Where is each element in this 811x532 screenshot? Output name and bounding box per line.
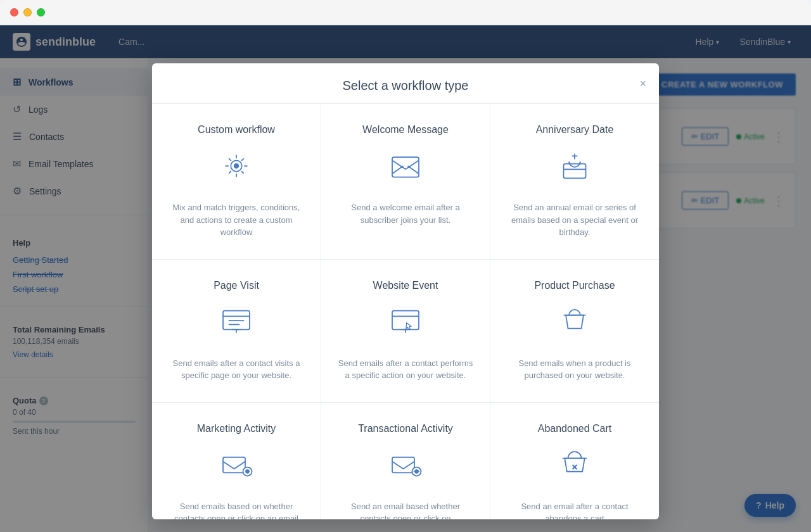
workflow-option-website-event[interactable]: Website Event Send emails after a contac…	[321, 260, 490, 402]
select-workflow-modal: Select a workflow type × Custom workflow…	[152, 63, 659, 519]
minimize-traffic-light[interactable]	[23, 8, 32, 16]
workflow-option-custom[interactable]: Custom workflow Mix and match triggers, …	[152, 104, 321, 259]
workflow-option-page-visit[interactable]: Page Visit Send emails after a contact v…	[152, 260, 321, 402]
modal-title: Select a workflow type	[343, 79, 469, 93]
workflow-option-product-purchase[interactable]: Product Purchase Send emails when a prod…	[490, 260, 659, 402]
modal-backdrop[interactable]: Select a workflow type × Custom workflow…	[0, 25, 811, 532]
workflow-option-welcome[interactable]: Welcome Message Send a welcome email aft…	[321, 104, 490, 259]
workflow-option-title-page-visit: Page Visit	[167, 280, 305, 291]
modal-header: Select a workflow type ×	[152, 63, 659, 104]
close-traffic-light[interactable]	[10, 8, 18, 16]
welcome-message-icon	[385, 148, 426, 189]
workflow-option-title-custom: Custom workflow	[167, 124, 305, 136]
workflow-option-desc-custom: Mix and match triggers, conditions, and …	[167, 201, 305, 239]
marketing-activity-icon	[216, 447, 257, 488]
svg-rect-2	[392, 157, 419, 177]
transactional-activity-icon	[385, 447, 426, 488]
svg-rect-19	[392, 457, 414, 472]
workflow-option-abandoned-cart[interactable]: Abandoned Cart Send an email after a con…	[490, 403, 659, 520]
window-chrome	[0, 0, 811, 25]
workflow-option-transactional-activity[interactable]: Transactional Activity Send an email bas…	[321, 403, 490, 520]
workflow-option-title-anniversary: Anniversary Date	[506, 124, 644, 136]
workflow-option-desc-page-visit: Send emails after a contact visits a spe…	[167, 357, 305, 382]
svg-rect-3	[564, 164, 586, 179]
workflow-option-desc-abandoned-cart: Send an email after a contact abandons a…	[506, 500, 644, 520]
workflow-option-title-abandoned-cart: Abandoned Cart	[506, 423, 644, 434]
modal-close-button[interactable]: ×	[639, 77, 646, 90]
svg-point-1	[234, 164, 239, 168]
workflow-option-title-product-purchase: Product Purchase	[506, 280, 644, 291]
page-visit-icon	[216, 304, 257, 345]
custom-workflow-icon	[216, 148, 257, 189]
workflow-option-desc-website-event: Send emails after a contact performs a s…	[336, 357, 475, 382]
workflow-option-title-transactional-activity: Transactional Activity	[336, 423, 475, 434]
svg-rect-16	[223, 457, 245, 472]
workflow-option-title-marketing-activity: Marketing Activity	[167, 423, 305, 434]
anniversary-date-icon	[554, 148, 595, 189]
svg-rect-11	[392, 310, 419, 329]
workflow-option-anniversary[interactable]: Anniversary Date Send an annual email or…	[490, 104, 659, 259]
website-event-icon	[385, 304, 426, 345]
workflow-option-desc-marketing-activity: Send emails based on whether contacts op…	[167, 500, 305, 520]
workflow-option-desc-welcome: Send a welcome email after a subscriber …	[336, 201, 475, 226]
maximize-traffic-light[interactable]	[37, 8, 45, 16]
workflow-type-grid: Custom workflow Mix and match triggers, …	[152, 104, 659, 519]
workflow-option-title-welcome: Welcome Message	[336, 124, 475, 136]
workflow-option-marketing-activity[interactable]: Marketing Activity Send emails based on …	[152, 403, 321, 520]
workflow-option-desc-product-purchase: Send emails when a product is purchased …	[506, 357, 644, 382]
abandoned-cart-icon	[554, 447, 595, 488]
workflow-option-title-website-event: Website Event	[336, 280, 475, 291]
workflow-option-desc-anniversary: Send an annual email or series of emails…	[506, 201, 644, 239]
workflow-option-desc-transactional-activity: Send an email based whether contacts ope…	[336, 500, 475, 520]
product-purchase-icon	[554, 304, 595, 345]
